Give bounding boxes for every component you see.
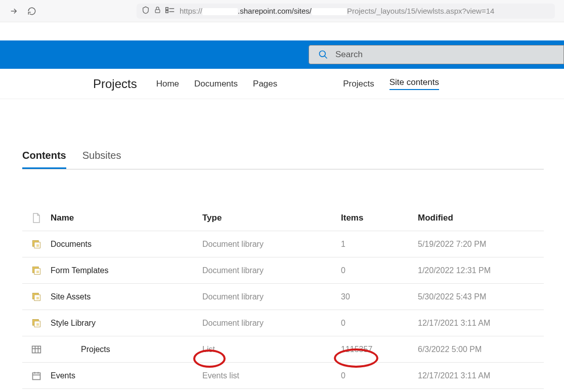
search-icon: [318, 50, 328, 60]
col-items[interactable]: Items: [341, 213, 418, 223]
cell-modified: 12/17/2021 3:11 AM: [418, 319, 544, 328]
svg-rect-15: [36, 297, 39, 299]
col-type[interactable]: Type: [202, 213, 341, 223]
library-icon: [22, 239, 51, 249]
address-bar[interactable]: https://.sharepoint.com/sites/Projects/_…: [137, 4, 555, 19]
url-text: https://.sharepoint.com/sites/Projects/_…: [180, 7, 494, 15]
cell-type: Document library: [202, 292, 341, 301]
table-row[interactable]: Form TemplatesDocument library01/20/2022…: [22, 257, 544, 284]
cell-name[interactable]: Form Templates: [51, 266, 202, 275]
cell-name[interactable]: Documents: [51, 240, 202, 249]
cell-modified: 12/17/2021 3:11 AM: [418, 371, 544, 380]
tab-contents[interactable]: Contents: [22, 150, 66, 169]
cell-items: 30: [341, 292, 418, 301]
gap: [0, 22, 564, 40]
table-row[interactable]: DocumentsDocument library15/19/2022 7:20…: [22, 231, 544, 257]
nav-documents[interactable]: Documents: [194, 79, 238, 89]
library-icon: [22, 318, 51, 328]
nav-home[interactable]: Home: [156, 79, 179, 89]
nav-projects[interactable]: Projects: [343, 79, 374, 89]
list-icon: [22, 345, 51, 354]
cell-items: 1115357: [341, 345, 418, 354]
cell-type: Document library: [202, 319, 341, 328]
col-modified[interactable]: Modified: [418, 213, 544, 223]
nav-site-contents[interactable]: Site contents: [389, 77, 439, 90]
cell-name[interactable]: Site Assets: [51, 292, 202, 301]
table-header-row: Name Type Items Modified: [22, 205, 544, 231]
reload-icon[interactable]: [27, 7, 36, 16]
cell-modified: 5/19/2022 7:20 PM: [418, 240, 544, 249]
svg-rect-23: [33, 373, 40, 379]
cell-type: Events list: [202, 371, 341, 380]
svg-rect-0: [155, 10, 160, 13]
col-name[interactable]: Name: [51, 213, 202, 223]
lock-icon[interactable]: [154, 6, 161, 16]
cell-name[interactable]: Projects: [51, 345, 202, 354]
cell-modified: 5/30/2022 5:43 PM: [418, 292, 544, 301]
address-bar-icons: [142, 6, 175, 16]
svg-rect-18: [36, 323, 39, 326]
nav-pages[interactable]: Pages: [253, 79, 277, 89]
content-tabs: Contents Subsites: [22, 150, 544, 169]
cell-type: Document library: [202, 240, 341, 249]
site-nav: Projects Home Documents Pages Projects S…: [0, 69, 564, 99]
svg-rect-1: [166, 7, 168, 10]
cell-modified: 6/3/2022 5:00 PM: [418, 345, 544, 354]
shield-icon[interactable]: [142, 6, 150, 16]
forward-arrow-icon[interactable]: [9, 7, 18, 16]
library-icon: [22, 266, 51, 276]
table-row[interactable]: Site AssetsDocument library305/30/2022 5…: [22, 284, 544, 310]
permissions-icon[interactable]: [165, 7, 175, 16]
table-row[interactable]: Style LibraryDocument library012/17/2021…: [22, 310, 544, 336]
svg-rect-2: [166, 10, 168, 13]
content-area: Contents Subsites Name Type Items Modifi…: [0, 99, 564, 389]
search-placeholder: Search: [335, 50, 363, 60]
svg-rect-12: [36, 271, 39, 273]
cell-items: 0: [341, 319, 418, 328]
cell-name[interactable]: Style Library: [51, 319, 202, 328]
site-title[interactable]: Projects: [93, 77, 137, 91]
library-icon: [22, 292, 51, 302]
svg-point-5: [320, 51, 326, 57]
site-contents-table: Name Type Items Modified DocumentsDocume…: [22, 205, 544, 389]
svg-line-6: [325, 56, 327, 59]
cell-modified: 1/20/2022 12:31 PM: [418, 266, 544, 275]
search-box[interactable]: Search: [309, 45, 564, 64]
suite-bar: Search: [0, 40, 564, 69]
table-row[interactable]: EventsEvents list012/17/2021 3:11 AM: [22, 363, 544, 389]
cell-items: 0: [341, 371, 418, 380]
cell-type: Document library: [202, 266, 341, 275]
cell-items: 1: [341, 240, 418, 249]
svg-rect-19: [32, 346, 41, 353]
cell-type: List: [202, 345, 341, 354]
browser-chrome: https://.sharepoint.com/sites/Projects/_…: [0, 0, 564, 22]
events-icon: [22, 371, 51, 381]
cell-items: 0: [341, 266, 418, 275]
cell-name[interactable]: Events: [51, 371, 202, 380]
tab-subsites[interactable]: Subsites: [82, 150, 121, 169]
file-icon: [22, 212, 51, 224]
svg-rect-9: [36, 244, 39, 247]
table-row[interactable]: ProjectsList11153576/3/2022 5:00 PM: [22, 336, 544, 363]
